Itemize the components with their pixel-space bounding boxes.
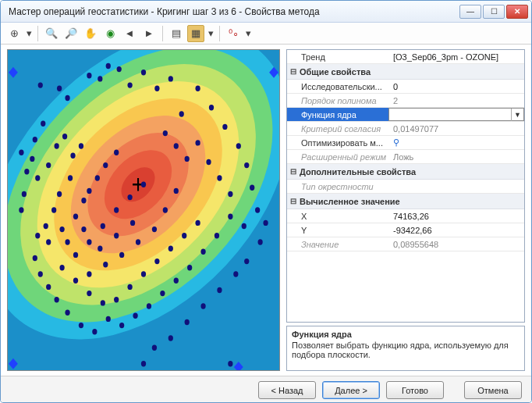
svg-point-59: [255, 207, 260, 212]
svg-point-51: [217, 175, 222, 180]
prev-extent-icon[interactable]: ◄: [121, 25, 138, 42]
svg-point-55: [222, 124, 227, 130]
svg-point-34: [81, 198, 86, 203]
svg-point-30: [35, 233, 40, 238]
prop-x-value: 74163,26: [388, 212, 524, 221]
svg-point-103: [81, 226, 86, 232]
svg-point-60: [242, 223, 246, 229]
svg-point-95: [103, 262, 108, 267]
prop-kernel-label: Функция ядра: [287, 110, 388, 119]
svg-point-87: [182, 233, 186, 238]
svg-point-99: [163, 207, 168, 212]
svg-point-94: [87, 271, 91, 276]
property-grid[interactable]: Тренд [O3_Sep06_3pm - OZONE] ⊟Общие свой…: [286, 49, 525, 323]
svg-point-76: [38, 271, 43, 276]
svg-point-91: [114, 207, 119, 212]
svg-point-24: [70, 153, 75, 159]
svg-point-53: [195, 86, 200, 91]
svg-point-77: [33, 255, 37, 261]
svg-point-32: [59, 226, 64, 232]
list-icon[interactable]: ▤: [168, 25, 185, 42]
chevron-down-icon[interactable]: ▼: [511, 109, 523, 121]
prop-fitcrit-value: 0,01497077: [388, 124, 524, 134]
prop-exploratory-value[interactable]: 0: [388, 82, 524, 91]
prop-optimize-value[interactable]: ⚲: [388, 137, 524, 148]
svg-point-61: [228, 214, 232, 219]
cancel-button[interactable]: Отмена: [464, 381, 522, 399]
prop-value-label: Значение: [287, 240, 388, 249]
prop-kernel-value[interactable]: Экспоненциальная ▼: [388, 108, 524, 121]
full-extent-icon[interactable]: ◉: [101, 25, 119, 42]
svg-point-72: [79, 323, 83, 328]
svg-point-47: [174, 143, 179, 148]
svg-point-40: [117, 66, 122, 72]
svg-point-27: [57, 191, 62, 197]
svg-point-64: [187, 265, 192, 270]
cat-general: Общие свойства: [300, 67, 371, 77]
target-icon[interactable]: ⊕: [5, 25, 23, 42]
svg-point-23: [62, 134, 67, 139]
svg-point-28: [51, 207, 56, 212]
svg-point-17: [65, 95, 69, 101]
cat-additional: Дополнительные свойства: [300, 167, 416, 177]
toolbar: ⊕ ▾ 🔍 🔎 ✋ ◉ ◄ ► ▤ ▦ ▾ ⁰∘ ▾: [1, 23, 531, 45]
svg-point-82: [114, 297, 119, 302]
finish-button[interactable]: Готово: [386, 381, 444, 399]
svg-point-70: [106, 316, 111, 322]
svg-point-38: [114, 150, 119, 155]
svg-point-109: [263, 220, 268, 226]
dropdown-icon[interactable]: ▾: [207, 25, 215, 42]
svg-point-112: [168, 335, 173, 341]
next-button[interactable]: Далее >: [322, 381, 380, 399]
svg-point-96: [119, 252, 124, 258]
svg-point-121: [228, 361, 232, 366]
svg-point-97: [136, 239, 140, 244]
close-button[interactable]: ✕: [506, 5, 528, 19]
svg-point-63: [200, 249, 205, 255]
svg-point-67: [147, 303, 151, 308]
svg-point-41: [127, 82, 132, 87]
prop-trend-value[interactable]: [O3_Sep06_3pm - OZONE]: [388, 52, 524, 62]
surface-preview[interactable]: [7, 49, 280, 371]
points-icon[interactable]: ⁰∘: [225, 25, 242, 42]
svg-point-36: [95, 175, 100, 180]
pan-icon[interactable]: ✋: [82, 25, 99, 42]
svg-point-35: [87, 188, 91, 194]
svg-point-48: [185, 156, 190, 162]
svg-point-20: [35, 175, 40, 180]
svg-point-52: [228, 191, 232, 197]
maximize-button[interactable]: ☐: [483, 5, 505, 19]
svg-point-86: [168, 246, 173, 251]
svg-point-73: [65, 310, 69, 316]
svg-point-42: [141, 70, 146, 75]
svg-point-33: [73, 214, 78, 219]
svg-point-50: [206, 159, 211, 165]
collapse-icon[interactable]: ⊟: [287, 197, 300, 205]
cat-computed: Вычисленное значение: [300, 197, 400, 206]
svg-point-69: [119, 323, 124, 328]
prop-optimize-label: Оптимизировать м...: [287, 138, 388, 148]
svg-point-106: [130, 220, 135, 226]
svg-point-22: [55, 143, 59, 148]
surface-icon[interactable]: ▦: [187, 25, 204, 42]
minimize-button[interactable]: —: [459, 5, 481, 19]
svg-point-43: [154, 86, 159, 91]
svg-point-45: [179, 111, 184, 116]
collapse-icon[interactable]: ⊟: [287, 167, 300, 176]
next-extent-icon[interactable]: ►: [140, 25, 158, 42]
prop-extended-label: Расширенный режим: [287, 152, 388, 162]
svg-point-12: [33, 137, 37, 142]
dropdown-icon[interactable]: ▾: [244, 25, 252, 42]
svg-point-89: [87, 239, 91, 244]
zoom-in-icon[interactable]: 🔍: [43, 25, 60, 42]
zoom-out-icon[interactable]: 🔎: [62, 25, 80, 42]
back-button[interactable]: < Назад: [258, 381, 316, 399]
svg-point-100: [174, 188, 179, 194]
svg-point-57: [244, 162, 249, 168]
prop-trend-label: Тренд: [287, 52, 388, 62]
svg-point-75: [46, 284, 51, 290]
prop-value-value: 0,08955648: [388, 240, 524, 249]
dropdown-icon[interactable]: ▾: [25, 25, 33, 42]
description-body: Позволяет выбрать функцию ядра, использу…: [292, 341, 520, 359]
collapse-icon[interactable]: ⊟: [287, 67, 300, 76]
